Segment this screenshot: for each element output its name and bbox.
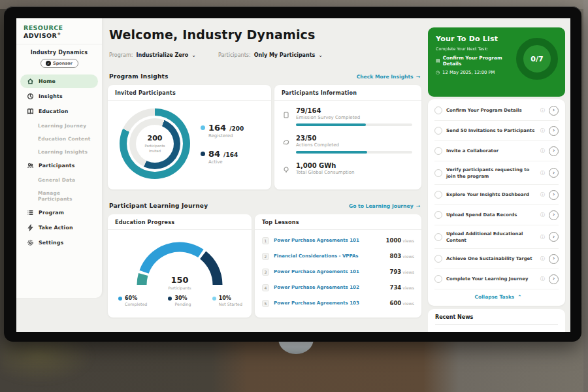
task-row-send-invitations[interactable]: Send 50 Invitations to Participants ⓘ › — [434, 121, 559, 141]
task-checkbox[interactable] — [434, 147, 442, 155]
info-icon: ⓘ — [540, 191, 545, 198]
task-go-button[interactable]: › — [549, 232, 559, 242]
task-checkbox[interactable] — [434, 127, 442, 135]
task-go-button[interactable]: › — [549, 190, 559, 200]
lesson-link[interactable]: Power Purchase Agreements 102 — [274, 285, 385, 290]
people-icon — [27, 162, 34, 169]
sidebar-item-participants[interactable]: Participants — [20, 159, 98, 172]
task-go-button[interactable]: › — [549, 254, 559, 264]
invited-participants-card: Invited Participants 200 Participants In… — [108, 85, 271, 189]
task-go-button[interactable]: › — [549, 210, 559, 220]
sidebar-item-insights[interactable]: Insights — [20, 90, 98, 103]
recent-news-title: Recent News — [435, 314, 558, 325]
info-icon: ⓘ — [540, 107, 545, 114]
program-select[interactable]: Program: Industrialize Zero ⌄ — [109, 52, 196, 58]
brand-resource: RESOURCE — [24, 24, 63, 31]
donut-center: 200 Participants Invited — [136, 125, 174, 163]
main-content: Welcome, Industry Dynamics Program: Indu… — [108, 18, 421, 332]
info-rows: 79/164 Emission Survey Completed 23/50 A… — [274, 101, 421, 176]
task-row-upload-spend-data[interactable]: Upload Spend Data Records ⓘ › — [434, 205, 559, 225]
task-row-complete-learning-journey[interactable]: Complete Your Learning Journey ⓘ › — [434, 269, 559, 289]
sidebar-item-program[interactable]: Program — [20, 206, 98, 220]
task-row-upload-educational-content[interactable]: Upload Additional Educational Content ⓘ … — [434, 225, 559, 249]
donut-legend: 164/200 Registered 84/164 Active — [201, 123, 244, 165]
info-row-emission-survey: 79/164 Emission Survey Completed — [282, 107, 412, 126]
info-row-actions: 23/50 Actions Completed — [282, 135, 412, 154]
participants-information-card: Participants Information 79/164 Emission… — [274, 85, 421, 189]
brand-plus: + — [57, 31, 61, 37]
sidebar-item-education-content[interactable]: Education Content — [20, 133, 98, 144]
gauge-center: 150 Participants — [127, 275, 232, 290]
todo-progress-ring: 0/7 — [516, 38, 558, 80]
task-checkbox[interactable] — [434, 233, 442, 241]
task-row-explore-insights[interactable]: Explore Your Insights Dashboard ⓘ › — [434, 185, 559, 205]
task-row-invite-collaborator[interactable]: Invite a Collaborator ⓘ › — [434, 141, 559, 161]
sidebar-item-take-action[interactable]: Take Action — [20, 221, 98, 235]
task-go-button[interactable]: › — [549, 146, 559, 156]
program-insights-header: Program Insights Check More Insights → — [109, 73, 420, 80]
sidebar-item-manage-participants[interactable]: Manage Participants — [20, 187, 98, 204]
dashboard-screen: RESOURCE ADVISOR+ Industry Dynamics ✓ Sp… — [16, 18, 570, 332]
sidebar-item-learning-insights[interactable]: Learning Insights — [20, 146, 98, 157]
task-go-button[interactable]: › — [549, 106, 559, 116]
insights-icon — [27, 93, 34, 100]
legend-not-started: 10% Not Started — [212, 295, 242, 306]
arrow-right-icon: → — [416, 74, 420, 80]
legend-pending: 30% Pending — [168, 295, 191, 306]
task-checkbox[interactable] — [434, 255, 442, 263]
task-checkbox[interactable] — [434, 106, 442, 114]
task-go-button[interactable]: › — [549, 126, 559, 136]
lessons-list: 1 Power Purchase Agreements 101 1000view… — [255, 230, 421, 311]
sidebar-nav: Home Insights Education Learning Journey… — [16, 74, 102, 250]
section-title: Program Insights — [109, 73, 169, 80]
leaf-icon — [282, 135, 291, 154]
legend-dot-pending — [168, 297, 172, 301]
org-name: Industry Dynamics — [16, 50, 102, 56]
participants-select[interactable]: Participants: Only My Participants ⌄ — [218, 52, 323, 58]
task-row-verify-participants[interactable]: Verify participants requesting to join t… — [434, 161, 559, 185]
arrow-right-icon: → — [416, 203, 420, 209]
lesson-row: 3 Power Purchase Agreements 101 793views — [262, 264, 414, 280]
sponsor-icon: ✓ — [46, 61, 51, 66]
sidebar-item-home[interactable]: Home — [20, 74, 98, 88]
lesson-views: 793views — [389, 269, 414, 275]
task-checkbox[interactable] — [434, 191, 442, 199]
gauge-legend: 60% Completed 30% Pending 10% Not Starte… — [108, 290, 252, 306]
check-more-insights-link[interactable]: Check More Insights → — [357, 74, 420, 80]
invited-donut-area: 200 Participants Invited 164/200 Registe… — [108, 101, 271, 179]
card-title: Education Progress — [108, 214, 252, 230]
info-icon: ⓘ — [540, 234, 545, 240]
legend-active: 84/164 Active — [201, 149, 244, 165]
lesson-views: 734views — [389, 284, 414, 291]
legend-dot-not-started — [212, 297, 216, 301]
task-checkbox[interactable] — [434, 275, 442, 283]
recent-news-card: Recent News — [428, 309, 565, 332]
task-checkbox[interactable] — [434, 169, 442, 177]
task-row-achieve-target[interactable]: Achieve One Sustainability Target ⓘ › — [434, 249, 559, 269]
lesson-rank: 4 — [262, 284, 269, 291]
lesson-link[interactable]: Power Purchase Agreements 101 — [274, 269, 385, 274]
sidebar-item-learning-journey[interactable]: Learning Journey — [20, 120, 98, 131]
todo-panel: Your To Do List Complete Your Next Task:… — [428, 27, 565, 332]
invited-donut-chart: 200 Participants Invited — [120, 108, 190, 179]
chevron-down-icon: ⌄ — [318, 53, 323, 58]
background-right-edge — [583, 0, 588, 392]
task-row-confirm-program[interactable]: Confirm Your Program Details ⓘ › — [434, 101, 559, 121]
lesson-rank: 3 — [262, 269, 269, 276]
sidebar-item-education[interactable]: Education — [20, 105, 98, 118]
sidebar-item-general-data[interactable]: General Data — [20, 174, 98, 186]
lesson-link[interactable]: Financial Considerations - VPPAs — [274, 253, 385, 259]
page-title: Welcome, Industry Dynamics — [109, 27, 316, 42]
go-to-learning-journey-link[interactable]: Go to Learning Journey → — [349, 203, 420, 209]
info-icon: ⓘ — [540, 170, 545, 176]
lesson-link[interactable]: Power Purchase Agreements 103 — [274, 301, 385, 306]
collapse-tasks-link[interactable]: Collapse Tasks⌃ — [434, 289, 559, 302]
filters-row: Program: Industrialize Zero ⌄ Participan… — [109, 52, 323, 58]
task-go-button[interactable]: › — [549, 168, 559, 178]
sidebar-item-settings[interactable]: Settings — [20, 236, 98, 250]
top-lessons-card: Top Lessons 1 Power Purchase Agreements … — [255, 214, 421, 318]
lesson-link[interactable]: Power Purchase Agreements 101 — [274, 238, 382, 243]
section-title: Participant Learning Journey — [109, 203, 208, 209]
task-checkbox[interactable] — [434, 211, 442, 219]
task-go-button[interactable]: › — [549, 274, 559, 284]
